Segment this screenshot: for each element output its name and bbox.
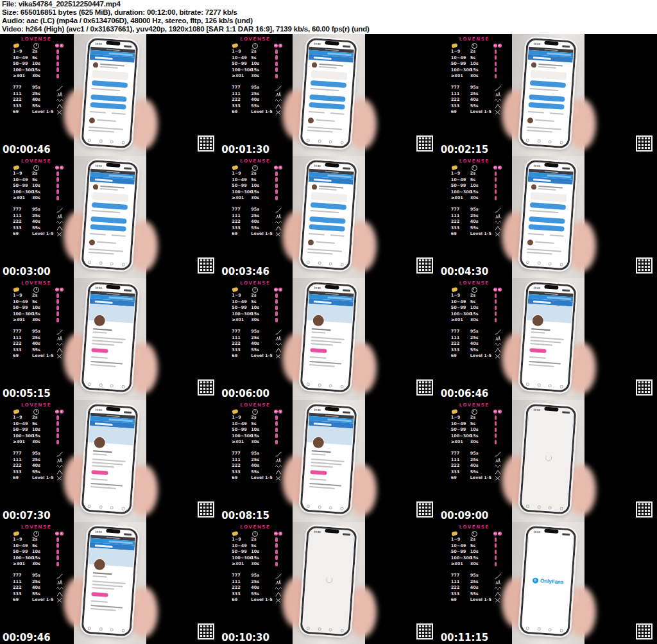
tip-menu-row: 100~30015s [438,555,512,561]
phone-screen: 10:43 [303,284,355,390]
bundle-button [309,102,345,110]
tip-menu-row: 22240s [219,341,293,347]
tip-duration: 95s [470,329,479,334]
tip-amount: 222 [13,463,22,468]
cross-icon [56,354,62,359]
tip-duration: 40s [251,97,259,102]
tip-menu-row: 33355s [219,469,293,475]
tip-duration: 25s [251,579,259,584]
tip-menu-row: 10~495s [438,543,512,549]
bar-icon [275,67,278,73]
tip-duration: 5s [470,543,475,548]
lovense-brand: LOVENSE [21,37,51,42]
timestamp-label: 00:03:00 [3,266,51,277]
tip-menu-row: ≥30130s [0,561,74,567]
offer-card [92,192,129,202]
qr-code-watermark [198,501,214,518]
profile-page [303,406,355,512]
tip-duration: 40s [470,219,479,224]
toy-balls-icon [55,44,59,48]
avatar [312,184,318,190]
bar-icon [495,177,497,183]
tip-duration: 5s [251,55,256,60]
tip-menu-row: 10~495s [438,55,512,61]
bundle-button [90,224,126,232]
bundle-button [90,94,126,102]
clock-icon [33,165,39,171]
tip-menu-row: 69Level 1-5 [0,109,74,115]
tip-amount: 100~300 [451,433,472,439]
video-thumbnail: LOVENSE 1~92s10~495s50~9910s100~30015s≥3… [219,278,438,400]
ramp-icon [56,573,63,579]
avatar [527,239,533,246]
tip-menu-row: ≥30130s [219,439,293,445]
ramp-icon [495,85,501,91]
tip-amount: 50~99 [13,305,28,310]
lovense-brand: LOVENSE [240,403,270,408]
bar-icon [495,550,497,555]
tip-amount: 69 [13,109,19,114]
pulse-icon [275,579,282,585]
timestamp-label: 00:09:46 [3,632,51,643]
tip-duration: 15s [32,189,40,195]
cross-icon [56,476,62,481]
bar-icon [275,74,278,80]
qr-code-watermark [198,135,214,152]
toy-balls-icon [493,532,497,535]
bar-icon [56,184,59,189]
tip-duration: 30s [470,195,479,200]
tip-amount: 222 [451,97,460,102]
lovense-tip-menu-overlay: LOVENSE 1~92s10~495s50~9910s100~30015s≥3… [219,400,293,522]
tip-duration: 95s [251,451,259,456]
subscribe-page [84,162,136,268]
ramp-icon [495,329,501,335]
tip-amount: 50~99 [13,549,28,554]
tip-amount: 1~9 [451,415,461,420]
pulse-icon [56,457,63,463]
tip-duration: 55s [251,347,259,352]
avatar [531,314,544,327]
tip-amount: 777 [13,207,22,212]
tip-duration: 30s [32,561,40,566]
tip-duration: 2s [470,171,475,176]
bar-icon [275,415,278,421]
lovense-brand: LOVENSE [459,37,490,42]
bundle-button [528,224,564,232]
tip-amount: 222 [13,341,22,346]
lovense-brand: LOVENSE [459,525,490,530]
qr-code-watermark [636,135,653,152]
phone: 10:43 [300,525,358,636]
cross-icon [275,232,281,237]
tip-menu-row: 69Level 1-5 [438,353,512,359]
tip-menu-row: 33355s [219,591,293,597]
pulse-icon [495,91,501,97]
bar-icon [495,318,497,324]
lovense-tip-menu-overlay: LOVENSE 1~92s10~495s50~9910s100~30015s≥3… [0,156,74,278]
tip-icon [13,43,19,48]
tip-amount: 10~49 [13,55,28,60]
avatar [93,62,99,68]
tip-amount: 777 [13,85,22,90]
ramp-icon [275,85,282,91]
tip-amount: 1~9 [232,49,241,54]
lovense-tip-menu-overlay: LOVENSE 1~92s10~495s50~9910s100~30015s≥3… [0,400,74,522]
tip-duration: 5s [470,177,475,182]
clock-icon [33,531,39,537]
tip-menu-row: 11125s [0,457,74,463]
phone: 10:43 [81,525,139,636]
tip-duration: 55s [32,347,40,352]
tip-amount: 111 [451,91,460,96]
bar-icon [275,293,278,299]
bar-icon [495,311,497,317]
tip-menu-row: 33355s [0,225,74,231]
tip-amount: 50~99 [232,549,247,554]
subscribe-button [529,80,565,88]
tip-duration: 95s [32,207,40,212]
tip-duration: 25s [32,91,40,96]
tip-duration: 30s [32,195,40,200]
tip-menu-icon-row [219,409,293,415]
tip-menu-row: 33355s [0,103,74,109]
peak-icon [495,591,501,597]
tip-menu-row: 22240s [0,585,74,591]
tip-menu-row: ≥30130s [0,317,74,323]
